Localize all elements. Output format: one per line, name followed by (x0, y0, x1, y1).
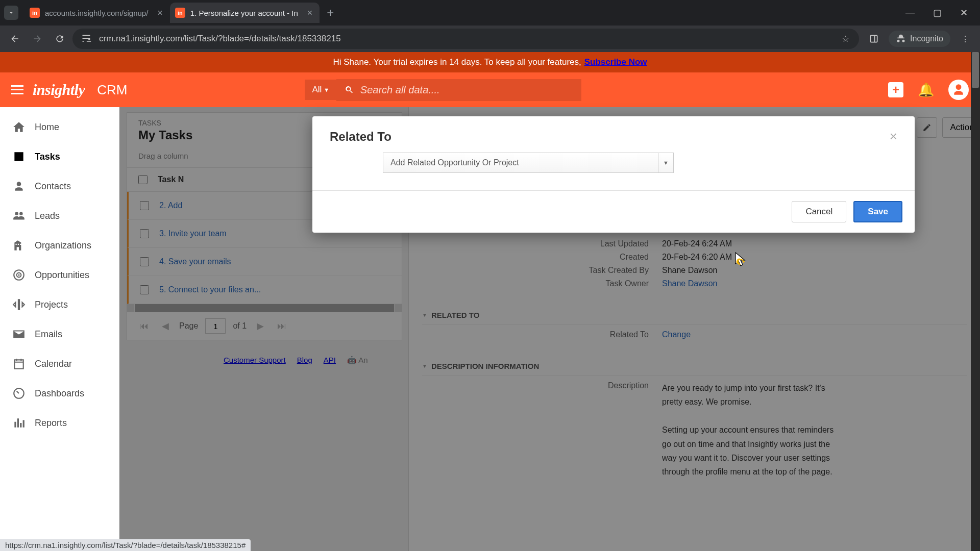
browser-tab-0[interactable]: in accounts.insightly.com/signup/ × (24, 3, 170, 23)
sidebar-item-label: Projects (35, 299, 68, 310)
reload-button[interactable] (50, 29, 69, 48)
sidebar-item-projects[interactable]: Projects (0, 290, 119, 319)
dashboards-icon (11, 387, 27, 400)
incognito-indicator[interactable]: Incognito (889, 31, 950, 47)
browser-tab-1[interactable]: in 1. Personalize your account - In × (170, 3, 320, 23)
chevron-down-icon: ▼ (658, 153, 673, 172)
sidebar-item-label: Contacts (35, 181, 71, 192)
projects-icon (11, 298, 27, 311)
sidebar-item-label: Leads (35, 211, 60, 221)
modal-title: Related To (330, 130, 391, 144)
site-settings-icon[interactable] (81, 33, 92, 44)
banner-text: Hi Shane. Your trial expires in 14 days.… (333, 57, 581, 67)
browser-tab-bar: in accounts.insightly.com/signup/ × in 1… (0, 0, 980, 26)
modal-close-button[interactable]: × (890, 129, 897, 144)
sidebar-item-calendar[interactable]: Calendar (0, 349, 119, 379)
sidebar-item-dashboards[interactable]: Dashboards (0, 379, 119, 408)
opportunities-icon (11, 268, 27, 282)
window-controls: — ▢ ✕ (905, 7, 976, 18)
maximize-icon[interactable]: ▢ (933, 7, 942, 18)
related-to-modal: Related To × Add Related Opportunity Or … (312, 116, 915, 233)
forward-button[interactable] (28, 29, 47, 48)
cancel-button[interactable]: Cancel (792, 201, 846, 222)
tasks-icon (11, 150, 27, 163)
bookmark-icon[interactable]: ☆ (840, 33, 851, 44)
sidebar-item-label: Calendar (35, 359, 72, 369)
favicon-icon: in (175, 8, 185, 18)
sidebar-item-leads[interactable]: Leads (0, 201, 119, 231)
minimize-icon[interactable]: — (905, 7, 915, 18)
save-button[interactable]: Save (853, 201, 902, 222)
browser-menu-icon[interactable]: ⋮ (955, 29, 975, 48)
reports-icon (11, 416, 27, 430)
trial-banner: Hi Shane. Your trial expires in 14 days.… (0, 52, 980, 72)
sidebar-item-label: Emails (35, 329, 62, 340)
new-tab-button[interactable]: + (320, 6, 341, 20)
search-input[interactable] (360, 84, 573, 96)
contacts-icon (11, 180, 27, 193)
sidebar-item-opportunities[interactable]: Opportunities (0, 260, 119, 290)
sidebar-item-label: Dashboards (35, 388, 84, 399)
sidebar-item-label: Reports (35, 418, 67, 429)
close-window-icon[interactable]: ✕ (960, 7, 968, 18)
svg-point-4 (18, 274, 19, 276)
search-icon (345, 85, 354, 95)
sidebar-item-organizations[interactable]: Organizations (0, 231, 119, 260)
browser-address-bar: crm.na1.insightly.com/list/Task/?blade=/… (0, 26, 980, 52)
favicon-icon: in (30, 8, 40, 18)
svg-rect-1 (874, 35, 875, 42)
sidebar-item-label: Organizations (35, 240, 91, 251)
tab-search-button[interactable] (4, 6, 18, 20)
close-tab-icon[interactable]: × (307, 8, 313, 18)
module-label: CRM (97, 82, 127, 98)
sidebar-item-label: Home (35, 122, 59, 133)
organizations-icon (11, 239, 27, 252)
sidebar-item-tasks[interactable]: Tasks (0, 142, 119, 171)
page-viewport: Hi Shane. Your trial expires in 14 days.… (0, 52, 980, 551)
related-to-dropdown[interactable]: Add Related Opportunity Or Project ▼ (383, 153, 674, 173)
browser-status-bar: https://crm.na1.insightly.com/list/Task/… (0, 539, 251, 551)
brand-logo[interactable]: insightly (33, 81, 85, 98)
main-content: TASKS My Tasks Drag a column Task N 2. A… (119, 107, 980, 551)
search-scope-dropdown[interactable]: All▼ (305, 80, 336, 100)
svg-rect-0 (870, 35, 877, 42)
emails-icon (11, 328, 27, 341)
close-tab-icon[interactable]: × (157, 8, 163, 18)
menu-toggle-button[interactable] (11, 85, 23, 94)
calendar-icon (11, 357, 27, 370)
home-icon (11, 120, 27, 134)
quick-add-button[interactable]: + (888, 82, 903, 97)
sidebar-item-home[interactable]: Home (0, 112, 119, 142)
profile-menu-button[interactable] (948, 80, 969, 100)
tab-title: accounts.insightly.com/signup/ (45, 9, 148, 17)
sidebar-item-contacts[interactable]: Contacts (0, 171, 119, 201)
sidebar-item-label: Tasks (35, 152, 60, 162)
sidebar-item-emails[interactable]: Emails (0, 319, 119, 349)
sidebar-item-label: Opportunities (35, 270, 89, 281)
notifications-icon[interactable]: 🔔 (918, 82, 934, 98)
nav-sidebar: Home Tasks Contacts Leads Organizations … (0, 107, 119, 551)
leads-icon (11, 209, 27, 222)
svg-rect-5 (18, 299, 19, 310)
incognito-label: Incognito (910, 34, 943, 43)
tab-title: 1. Personalize your account - In (190, 9, 298, 17)
dropdown-placeholder: Add Related Opportunity Or Project (390, 158, 519, 167)
url-text: crm.na1.insightly.com/list/Task/?blade=/… (99, 34, 341, 44)
app-header: insightly CRM All▼ + 🔔 (0, 72, 980, 107)
subscribe-now-link[interactable]: Subscribe Now (584, 57, 647, 67)
reading-list-icon[interactable] (864, 29, 884, 48)
viewport-scrollbar[interactable] (971, 52, 980, 551)
global-search[interactable] (336, 79, 581, 101)
url-bar[interactable]: crm.na1.insightly.com/list/Task/?blade=/… (72, 29, 859, 49)
sidebar-item-reports[interactable]: Reports (0, 408, 119, 438)
back-button[interactable] (5, 29, 24, 48)
